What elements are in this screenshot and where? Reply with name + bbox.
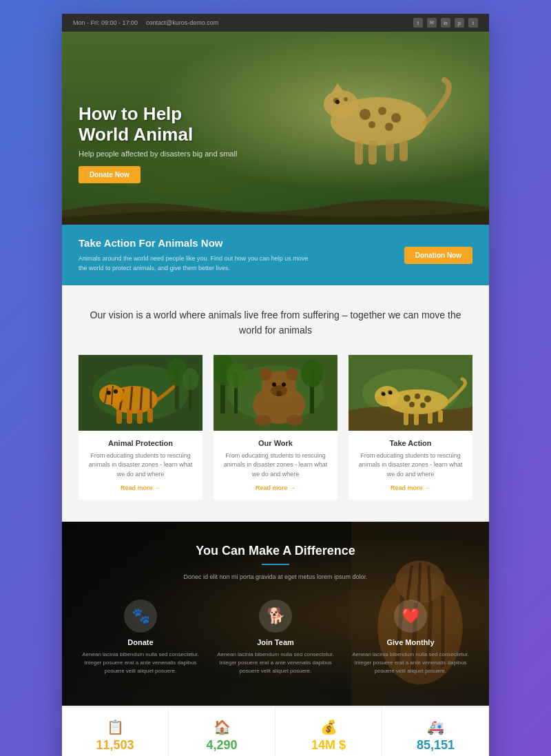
- stat-rescued: 📋 11,503 Animals Rescued: [62, 708, 169, 756]
- diff-monthly-text: Aenean lacinia bibendum nulla sed consec…: [349, 651, 472, 675]
- svg-point-47: [286, 368, 298, 380]
- diff-monthly-icon-wrap: ❤️: [394, 600, 427, 633]
- diff-join-text: Aenean lacinia bibendum nulla sed consec…: [214, 651, 337, 675]
- svg-point-43: [301, 360, 323, 387]
- svg-point-5: [385, 123, 393, 131]
- money-icon: 💰: [320, 719, 337, 735]
- card-take-action-body: Take Action From educating students to r…: [349, 431, 472, 500]
- svg-point-67: [376, 396, 384, 402]
- email-icon[interactable]: ✉: [427, 18, 437, 28]
- vision-section: Our vision is a world where animals live…: [62, 285, 489, 522]
- svg-rect-12: [399, 141, 408, 161]
- svg-point-6: [324, 90, 358, 118]
- stat-adoptions-icon-wrap: 🏠: [174, 719, 269, 735]
- email-text: contact@kuros-demo.com: [146, 19, 218, 26]
- pinterest-icon[interactable]: p: [455, 18, 464, 28]
- card-take-action-link[interactable]: Read more →: [357, 484, 464, 491]
- action-bar-text: Animals around the world need people lik…: [79, 254, 313, 273]
- difference-content: You Can Make A Difference Donec id elit …: [79, 544, 472, 675]
- difference-subtitle: Donec id elit non mi porta gravida at eg…: [79, 573, 472, 580]
- card-our-work-link[interactable]: Read more →: [222, 484, 329, 491]
- svg-point-41: [227, 363, 246, 388]
- svg-point-31: [114, 389, 118, 394]
- svg-point-62: [375, 386, 399, 407]
- card-animal-protection: Animal Protection From educating student…: [79, 355, 202, 500]
- svg-point-60: [409, 402, 415, 407]
- svg-rect-70: [428, 411, 433, 424]
- diff-join-title: Join Team: [214, 638, 337, 646]
- hero-section: How to Help World Animal Help people aff…: [62, 32, 489, 225]
- twitter-icon[interactable]: t: [468, 18, 478, 28]
- svg-point-50: [282, 382, 286, 387]
- svg-point-2: [378, 107, 386, 115]
- diff-item-monthly: ❤️ Give Monthly Aenean lacinia bibendum …: [349, 600, 472, 675]
- card-take-action-text: From educating students to rescuing anim…: [357, 451, 464, 480]
- hero-subtitle: Help people affected by disasters big an…: [79, 150, 237, 158]
- schedule-text: Mon - Fri: 09:00 - 17:00: [73, 19, 138, 26]
- svg-point-15: [326, 105, 333, 110]
- diff-monthly-title: Give Monthly: [349, 638, 472, 646]
- card-take-action: Take Action From educating students to r…: [349, 355, 472, 500]
- card-animal-protection-title: Animal Protection: [87, 439, 194, 447]
- stat-surgeries-number: 85,151: [388, 738, 484, 753]
- svg-rect-21: [137, 409, 143, 424]
- stat-granted-icon-wrap: 💰: [281, 719, 376, 735]
- svg-point-53: [287, 415, 303, 426]
- card-our-work: Our Work From educating students to resc…: [214, 355, 337, 500]
- bear-image: [214, 355, 337, 431]
- page-wrapper: Mon - Fri: 09:00 - 17:00 contact@kuros-d…: [62, 14, 489, 756]
- svg-point-51: [276, 391, 282, 396]
- diff-donate-text: Aenean lacinia bibendum nulla sed consec…: [79, 651, 202, 675]
- svg-rect-71: [438, 410, 443, 422]
- svg-rect-9: [355, 141, 363, 165]
- svg-rect-11: [386, 141, 394, 161]
- vision-text: Our vision is a world where animals live…: [79, 307, 472, 338]
- svg-point-14: [335, 100, 340, 104]
- action-bar-content: Take Action For Animals Now Animals arou…: [79, 237, 391, 273]
- ambulance-icon: 🚑: [427, 719, 444, 735]
- svg-point-58: [415, 394, 420, 399]
- linkedin-icon[interactable]: in: [441, 18, 450, 28]
- card-animal-protection-body: Animal Protection From educating student…: [79, 431, 202, 500]
- donate-animal-icon: 🐾: [132, 607, 150, 625]
- stat-rescued-icon-wrap: 📋: [67, 719, 163, 735]
- hero-title: How to Help World Animal: [79, 104, 237, 145]
- cards-grid: Animal Protection From educating student…: [79, 355, 472, 500]
- top-bar-left: Mon - Fri: 09:00 - 17:00 contact@kuros-d…: [73, 19, 218, 26]
- card-our-work-text: From educating students to rescuing anim…: [222, 451, 329, 480]
- svg-rect-22: [147, 409, 153, 422]
- action-donate-button[interactable]: Donation Now: [404, 247, 472, 264]
- hero-animal-image: [282, 45, 461, 183]
- action-bar: Take Action For Animals Now Animals arou…: [62, 225, 489, 285]
- svg-rect-10: [368, 141, 377, 165]
- diff-join-icon-wrap: 🐕: [259, 600, 292, 633]
- cheetah-image: [349, 355, 472, 431]
- svg-point-46: [260, 368, 272, 380]
- stat-adoptions-number: 4,290: [174, 738, 269, 753]
- svg-rect-20: [127, 409, 132, 424]
- svg-marker-13: [332, 83, 344, 92]
- svg-point-65: [382, 392, 386, 396]
- svg-point-4: [368, 121, 375, 128]
- svg-point-59: [424, 396, 431, 402]
- clipboard-icon: 📋: [107, 719, 124, 735]
- card-animal-protection-link[interactable]: Read more →: [87, 484, 194, 491]
- tiger-image: [79, 355, 202, 431]
- svg-point-35: [183, 368, 199, 390]
- action-bar-title: Take Action For Animals Now: [79, 237, 391, 249]
- difference-section: You Can Make A Difference Donec id elit …: [62, 522, 489, 706]
- diff-item-donate: 🐾 Donate Aenean lacinia bibendum nulla s…: [79, 600, 202, 675]
- stat-adoptions: 🏠 4,290 Adoptions from the Center: [169, 708, 276, 756]
- difference-underline: [262, 564, 289, 565]
- facebook-icon[interactable]: f: [413, 18, 423, 28]
- stat-granted: 💰 14M $ Granted to Animal: [276, 708, 382, 756]
- hero-content: How to Help World Animal Help people aff…: [79, 104, 237, 183]
- diff-item-join: 🐕 Join Team Aenean lacinia bibendum null…: [214, 600, 337, 675]
- hero-donate-button[interactable]: Donate Now: [79, 166, 141, 183]
- svg-point-52: [255, 415, 271, 426]
- svg-rect-68: [404, 411, 408, 425]
- difference-icons-grid: 🐾 Donate Aenean lacinia bibendum nulla s…: [79, 600, 472, 675]
- stat-surgeries-icon-wrap: 🚑: [388, 719, 484, 735]
- diff-donate-icon-wrap: 🐾: [124, 600, 157, 633]
- difference-title: You Can Make A Difference: [79, 544, 472, 558]
